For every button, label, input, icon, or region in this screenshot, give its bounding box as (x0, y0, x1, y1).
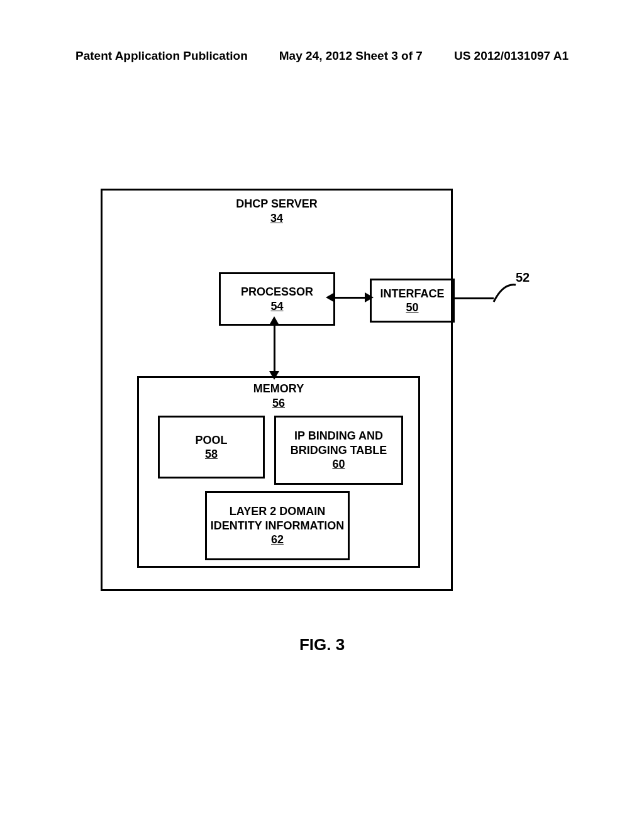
dhcp-server-box: DHCP SERVER 34 PROCESSOR 54 INTERFACE 50… (101, 189, 453, 591)
interface-ref: 50 (406, 301, 418, 314)
pool-label: POOL 58 (195, 433, 227, 462)
processor-memory-connector (274, 324, 275, 374)
processor-interface-connector (333, 297, 368, 299)
layer2-label: LAYER 2 DOMAIN IDENTITY INFORMATION 62 (207, 504, 348, 547)
dhcp-server-label: DHCP SERVER 34 (103, 197, 451, 225)
interface-title: INTERFACE (380, 287, 444, 300)
layer2-box: LAYER 2 DOMAIN IDENTITY INFORMATION 62 (205, 491, 350, 560)
layer2-ref: 62 (271, 533, 284, 546)
processor-title: PROCESSOR (241, 285, 313, 298)
arrow-head-up-icon (269, 316, 279, 325)
ref52-leader-icon (491, 280, 519, 308)
memory-box: MEMORY 56 POOL 58 IP BINDING AND BRIDGIN… (137, 376, 420, 568)
interface-external-connector (453, 297, 494, 299)
header-middle: May 24, 2012 Sheet 3 of 7 (279, 49, 423, 63)
arrow-head-down-icon (269, 371, 279, 380)
figure-label: FIG. 3 (0, 635, 644, 655)
dhcp-server-title: DHCP SERVER (236, 197, 317, 210)
interface-box: INTERFACE 50 (370, 279, 455, 323)
binding-label: IP BINDING AND BRIDGING TABLE 60 (276, 429, 401, 472)
interface-label: INTERFACE 50 (380, 287, 444, 315)
processor-ref: 54 (270, 300, 283, 313)
binding-ref: 60 (332, 458, 345, 470)
binding-title: IP BINDING AND BRIDGING TABLE (291, 429, 387, 456)
external-ref-52: 52 (516, 270, 530, 285)
diagram: DHCP SERVER 34 PROCESSOR 54 INTERFACE 50… (101, 189, 541, 610)
arrow-head-left-icon (326, 292, 335, 302)
memory-ref: 56 (272, 397, 285, 409)
memory-label: MEMORY 56 (139, 382, 418, 410)
page-header: Patent Application Publication May 24, 2… (0, 49, 644, 63)
layer2-title: LAYER 2 DOMAIN IDENTITY INFORMATION (211, 505, 344, 532)
pool-ref: 58 (205, 448, 218, 460)
processor-label: PROCESSOR 54 (241, 285, 313, 313)
binding-box: IP BINDING AND BRIDGING TABLE 60 (274, 416, 403, 485)
pool-title: POOL (195, 434, 227, 446)
header-left: Patent Application Publication (75, 49, 248, 63)
header-right: US 2012/0131097 A1 (454, 49, 569, 63)
dhcp-server-ref: 34 (270, 212, 283, 224)
arrow-head-right-icon (365, 292, 374, 302)
pool-box: POOL 58 (158, 416, 265, 479)
memory-title: MEMORY (253, 382, 304, 395)
